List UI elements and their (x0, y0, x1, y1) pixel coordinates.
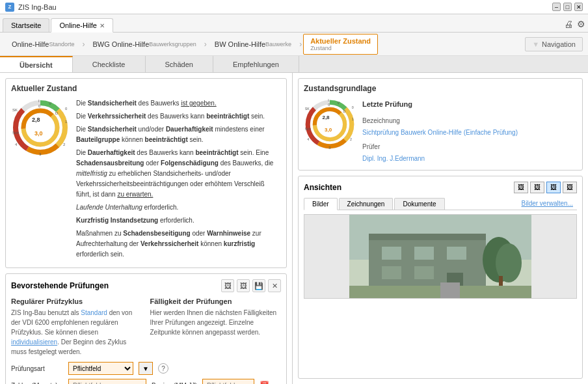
aktueller-zustand-section: Aktueller Zustand (5, 78, 287, 268)
navigation-button[interactable]: ▼ Navigation (525, 37, 583, 51)
svg-text:4: 4 (307, 137, 309, 141)
breadcrumb-arrow-2: › (204, 40, 207, 49)
tab-zeichnungen[interactable]: Zeichnungen (339, 198, 394, 210)
svg-text:Sch: Sch (12, 131, 19, 135)
building-image-area (304, 214, 577, 299)
bezeichnung-value: Sichtprüfung Bauwerk Online-Hilfe (Einfa… (362, 129, 518, 136)
breadcrumb-arrow-3: › (299, 40, 302, 49)
bevorstehende-title: Bevorstehende Prüfungen (11, 281, 109, 290)
zyklus-row: Zyklus (Monate) Beginn (MM.JJ) 📅 (11, 379, 281, 384)
pruefungsart-dropdown-btn[interactable]: ▼ (139, 362, 153, 375)
svg-rect-45 (414, 247, 434, 260)
right-col-title: Fälligkeit der Prüfungen (150, 297, 282, 305)
bev-icon-save[interactable]: 💾 (252, 279, 265, 292)
svg-text:V: V (49, 102, 51, 105)
window-controls[interactable]: – □ ✕ (552, 3, 583, 11)
breadcrumb-bar: Online-Hilfe Standorte › BWG Online-Hilf… (0, 33, 588, 56)
svg-rect-44 (382, 247, 401, 260)
svg-rect-47 (382, 266, 401, 279)
tab-dokumente[interactable]: Dokumente (394, 198, 444, 210)
title-bar: Z ZIS Ing-Bau – □ ✕ (0, 0, 588, 14)
calendar-icon[interactable]: 📅 (260, 381, 269, 384)
svg-text:I: I (328, 98, 328, 102)
svg-text:2: 2 (63, 143, 66, 146)
tab-bar: Startseite Online-Hilfe ✕ 🖨 ⚙ (0, 14, 588, 33)
maximize-button[interactable]: □ (563, 3, 572, 11)
bev-icon-img[interactable]: 🖼 (221, 279, 234, 292)
inner-gauge-value: 3,0 (34, 130, 43, 137)
svg-rect-52 (499, 276, 503, 286)
svg-text:SK: SK (305, 107, 310, 111)
ansichten-title: Ansichten (304, 183, 341, 192)
tab-schaeden[interactable]: Schäden (146, 56, 213, 72)
breadcrumb-aktuell[interactable]: Aktueller Zustand Zustand (303, 34, 378, 55)
zustand-text: Die Standsicherheit des Bauwerks ist geg… (76, 98, 281, 262)
section-tabs: Übersicht Checkliste Schäden Empfehlunge… (0, 56, 588, 73)
svg-text:4: 4 (15, 143, 18, 146)
zg-gauge: 2,8 3,0 SK I V D Sch 4 3 2 1 0 0 (304, 98, 356, 150)
gear-icon[interactable]: ⚙ (577, 19, 585, 29)
right-col-text: Hier werden Ihnen die nächsten Fälligkei… (150, 308, 282, 337)
tab-online-hilfe[interactable]: Online-Hilfe ✕ (51, 18, 113, 33)
beginn-input[interactable] (202, 379, 254, 384)
zg-gauge-svg: 2,8 3,0 SK I V D Sch 4 3 2 1 0 0 (304, 98, 356, 150)
bevorstehende-header: Bevorstehende Prüfungen 🖼 🖼 💾 ✕ (11, 279, 281, 292)
pruefer-row: Prüfer Dipl. Ing. J.Edermann (362, 141, 518, 165)
tab-startseite[interactable]: Startseite (3, 18, 49, 32)
toolbar-right: 🖨 ⚙ (564, 19, 585, 32)
minimize-button[interactable]: – (552, 3, 561, 11)
bev-icon-img2[interactable]: 🖼 (237, 279, 250, 292)
tab-bilder[interactable]: Bilder (304, 198, 338, 210)
right-col: Fälligkeit der Prüfungen Hier werden Ihn… (150, 297, 282, 357)
ansichten-header: Ansichten 🖼 🖼 🖼 🖼 (304, 182, 577, 193)
svg-text:0: 0 (65, 107, 68, 111)
image-tab-bar: Bilder Zeichnungen Dokumente Bilder verw… (304, 197, 577, 210)
left-col: Regulärer Prüfzyklus ZIS Ing-Bau benutzt… (11, 297, 142, 357)
bev-icon-close[interactable]: ✕ (268, 279, 281, 292)
letzte-pruefung-label: Letzte Prüfung (362, 98, 518, 111)
ans-icon-1[interactable]: 🖼 (514, 182, 528, 193)
svg-text:V: V (338, 101, 340, 105)
print-icon[interactable]: 🖨 (564, 19, 573, 29)
ans-icon-3[interactable]: 🖼 (546, 182, 561, 193)
bezeichnung-row: Bezeichnung Sichtprüfung Bauwerk Online-… (362, 115, 518, 139)
pruefungsart-row: Prüfungsart Pflichtfeld ▼ ? (11, 362, 281, 375)
ansichten-icons: 🖼 🖼 🖼 🖼 (514, 182, 577, 193)
svg-text:2,8: 2,8 (322, 115, 330, 120)
svg-text:D: D (55, 111, 59, 115)
bevorstehende-section: Bevorstehende Prüfungen 🖼 🖼 💾 ✕ Reguläre… (5, 273, 287, 384)
left-panel: Aktueller Zustand (0, 73, 293, 384)
title-bar-left: Z ZIS Ing-Bau (5, 3, 57, 12)
close-button[interactable]: ✕ (574, 3, 583, 11)
pruefer-value: Dipl. Ing. J.Edermann (362, 155, 425, 162)
ans-icon-4[interactable]: 🖼 (563, 182, 577, 193)
breadcrumb-bwg[interactable]: BWG Online-Hilfe Bauwerksgruppen (87, 38, 203, 51)
tab-checkliste[interactable]: Checkliste (73, 56, 146, 72)
ans-icon-2[interactable]: 🖼 (530, 182, 544, 193)
app-icon: Z (5, 3, 14, 12)
svg-rect-42 (369, 234, 486, 292)
building-placeholder (304, 215, 576, 298)
tab-uebersicht[interactable]: Übersicht (0, 56, 73, 72)
app-title: ZIS Ing-Bau (18, 3, 57, 11)
manage-link[interactable]: Bilder verwalten... (518, 197, 577, 210)
zg-content: 2,8 3,0 SK I V D Sch 4 3 2 1 0 0 (304, 98, 577, 165)
left-col-title: Regulärer Prüfzyklus (11, 297, 142, 305)
tab-close-icon[interactable]: ✕ (100, 22, 105, 29)
outer-gauge-value: 2,8 (32, 117, 40, 123)
breadcrumb-bw[interactable]: BW Online-Hilfe Bauwerke (208, 38, 298, 51)
pruefungsart-select[interactable]: Pflichtfeld (68, 362, 133, 375)
svg-text:3,0: 3,0 (325, 127, 332, 133)
right-panel: Zustandsgrundlage 2,8 3,0 (293, 73, 588, 384)
gauge-area: 2,8 3,0 SK I V D Sch 4 3 2 1 (11, 98, 281, 262)
left-col-text: ZIS Ing-Bau benutzt als Standard den von… (11, 308, 142, 357)
pruefungsart-help-icon[interactable]: ? (158, 363, 168, 374)
zyklus-input[interactable] (68, 379, 146, 384)
svg-text:Sch: Sch (305, 127, 311, 131)
tab-empfehlungen[interactable]: Empfehlungen (213, 56, 299, 72)
building-svg (349, 214, 531, 299)
svg-text:0: 0 (352, 105, 354, 109)
svg-rect-46 (447, 247, 466, 260)
breadcrumb-online-hilfe[interactable]: Online-Hilfe Standorte (5, 38, 81, 51)
svg-text:2: 2 (350, 137, 352, 141)
